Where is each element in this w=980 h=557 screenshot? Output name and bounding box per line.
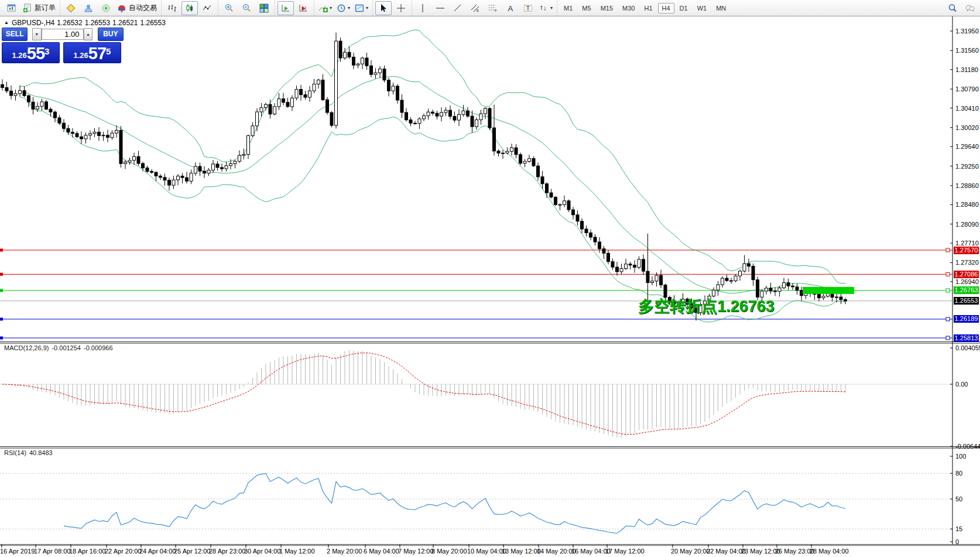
shift-chart-icon [299,4,308,13]
symbol-info-line: ▲GBPUSD-,H41.265321.265531.265211.26553 [4,19,168,27]
svg-text:1.27710: 1.27710 [955,240,979,247]
svg-text:17 May 12:00: 17 May 12:00 [605,548,645,555]
autotrading-icon [117,4,126,13]
svg-text:0: 0 [955,538,959,545]
toolbar-button-search[interactable] [944,1,961,15]
toolbar-button-autotrading[interactable]: 自动交易 [115,1,159,15]
svg-text:F: F [495,9,497,12]
toolbar-button-cursor[interactable] [375,1,392,15]
sell-price-base: 1.26 [12,49,27,62]
svg-text:-0.006442: -0.006442 [955,443,980,450]
toolbar-button-market-depth[interactable] [80,1,97,15]
pivot-annotation-text[interactable]: 多空转折点1.26763 [638,296,775,317]
timeframe-mn[interactable]: MN [712,3,730,13]
candle-chart-icon [185,4,194,13]
one-click-trading-panel: SELL ▼ ▲ BUY 1.26553 1.26575 [2,28,124,63]
toolbar-button-tile-windows[interactable] [256,1,272,15]
toolbar-button-zoom-in[interactable] [221,1,237,15]
timeframe-d1[interactable]: D1 [676,3,692,13]
toolbar-button-equidistant-channel[interactable]: E [467,1,484,15]
toolbar-button-new-order[interactable]: 新订单 [21,1,57,15]
svg-text:1.28090: 1.28090 [955,221,979,228]
svg-text:0.004055: 0.004055 [955,344,980,351]
timeframe-m1[interactable]: M1 [560,3,577,13]
svg-text:28 Apr 23:00: 28 Apr 23:00 [209,548,245,555]
collapse-triangle-icon[interactable]: ▲ [4,20,9,25]
toolbar-button-horizontal-line[interactable] [432,1,448,15]
toolbar-button-line-chart[interactable] [199,1,215,15]
volume-decrease-button[interactable]: ▼ [32,28,42,40]
toolbar-button-candle-chart[interactable] [181,1,198,15]
chart-area[interactable]: 1.319501.315601.311801.307901.304101.300… [0,0,980,557]
svg-text:8 May 20:00: 8 May 20:00 [431,548,467,555]
signals-icon [101,4,111,13]
price-label-127086: 1.27086 [954,271,979,278]
svg-text:30 Apr 04:00: 30 Apr 04:00 [244,548,280,555]
toolbar-button-templates[interactable]: ▾ [353,1,370,15]
timeframe-m30[interactable]: M30 [618,3,639,13]
macd-label: MACD(12,26,9)-0.001254-0.000966 [4,344,116,351]
toolbar-button-periods[interactable]: ▾ [335,1,352,15]
chat-icon [965,4,975,13]
price-label-126763: 1.26763 [954,286,979,294]
timeframe-group: M1M5M15M30H1H4D1W1MN [557,1,732,16]
toolbar-button-chart-shift[interactable] [295,1,311,15]
toolbar-button-trendline[interactable] [450,1,466,15]
toolbar-button-chat[interactable] [962,1,978,15]
buy-button[interactable]: BUY [98,28,124,41]
buy-price-base: 1.26 [74,49,88,62]
svg-text:1.31950: 1.31950 [955,28,979,35]
svg-text:E: E [477,9,479,12]
toolbar-button-text-label[interactable]: T [520,1,536,15]
timeframe-m15[interactable]: M15 [597,3,617,13]
toolbar-button-metaeditor[interactable] [63,1,79,15]
toolbar-button-text[interactable]: A [502,1,519,15]
ohlc-high: 1.26553 [85,19,110,27]
vline-icon [418,4,427,13]
svg-text:1.30410: 1.30410 [955,105,979,112]
timeframe-m5[interactable]: M5 [578,3,595,13]
toolbar-button-zoom-out[interactable] [238,1,255,15]
toolbar-button-arrows[interactable]: ▾ [537,1,554,15]
sell-price-tile[interactable]: 1.26553 [2,42,60,63]
svg-text:20 May 20:00: 20 May 20:00 [671,548,710,555]
price-label-125813: 1.25813 [954,334,979,342]
svg-text:1.31180: 1.31180 [955,66,978,73]
bar-chart-icon [167,4,177,13]
svg-text:1.30020: 1.30020 [955,124,979,131]
rsi-label: RSI(14)40.8483 [4,449,56,456]
svg-text:16 Apr 2019: 16 Apr 2019 [0,548,35,555]
toolbar-button-indicators-list[interactable]: ▾ [317,1,334,15]
svg-text:1.29250: 1.29250 [955,163,979,170]
text-icon: A [506,4,515,13]
toolbar-button-new-chart[interactable] [4,1,20,15]
svg-text:80: 80 [955,470,962,477]
svg-text:1.26940: 1.26940 [955,278,979,285]
svg-text:14 May 20:00: 14 May 20:00 [537,548,576,555]
toolbar-button-crosshair[interactable] [393,1,409,15]
template-icon [355,4,364,13]
buy-price-pips: 57 [88,45,106,62]
timeframe-h1[interactable]: H1 [640,3,656,13]
svg-text:25 Apr 12:00: 25 Apr 12:00 [174,548,210,555]
sell-button[interactable]: SELL [2,28,28,41]
market-depth-icon [84,4,93,13]
zoom-out-icon [242,4,251,13]
toolbar-button-vertical-line[interactable] [414,1,431,15]
timeframe-w1[interactable]: W1 [693,3,711,13]
toolbar-button-bar-chart[interactable] [164,1,180,15]
svg-text:15: 15 [955,525,962,532]
volume-increase-button[interactable]: ▲ [84,28,93,40]
timeframe-h4[interactable]: H4 [658,3,674,13]
volume-input[interactable] [42,29,84,40]
svg-text:1 May 12:00: 1 May 12:00 [279,548,315,555]
mt4-terminal: 1.319501.315601.311801.307901.304101.300… [0,0,980,557]
tile-windows-icon [259,4,269,13]
channel-icon: E [471,4,480,13]
toolbar-button-signals[interactable] [98,1,114,15]
toolbar-button-auto-scroll[interactable] [277,1,294,15]
toolbar-button-fibonacci[interactable]: F [485,1,501,15]
svg-text:10 May 04:00: 10 May 04:00 [467,548,506,555]
ohlc-close: 1.26553 [140,19,165,27]
buy-price-tile[interactable]: 1.26575 [63,42,121,63]
